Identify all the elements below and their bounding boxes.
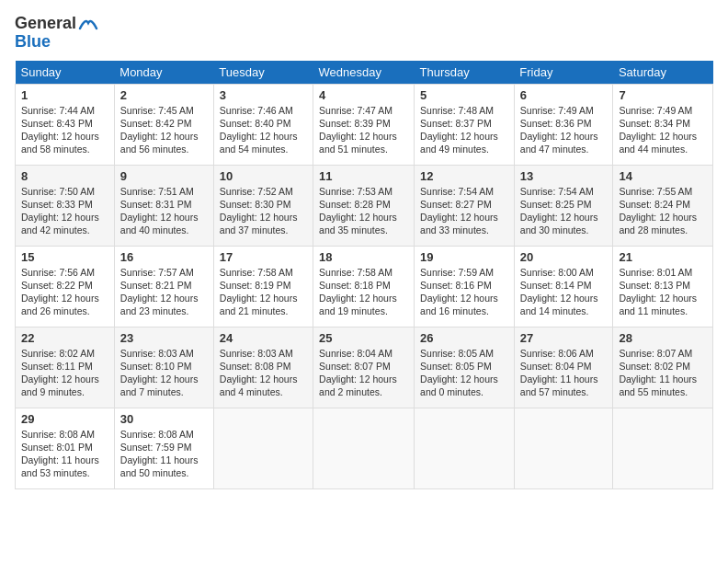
day-detail: Sunrise: 8:04 AMSunset: 8:07 PMDaylight:…: [319, 347, 408, 399]
day-cell-12: 12Sunrise: 7:54 AMSunset: 8:27 PMDayligh…: [415, 165, 515, 246]
day-number: 6: [520, 88, 608, 102]
day-number: 26: [420, 331, 508, 345]
col-header-thursday: Thursday: [415, 61, 515, 85]
day-detail: Sunrise: 7:48 AMSunset: 8:37 PMDaylight:…: [420, 104, 508, 156]
logo-bird-icon: [78, 16, 98, 32]
day-detail: Sunrise: 7:54 AMSunset: 8:27 PMDaylight:…: [420, 185, 508, 237]
day-cell-26: 26Sunrise: 8:05 AMSunset: 8:05 PMDayligh…: [415, 327, 515, 408]
day-detail: Sunrise: 8:07 AMSunset: 8:02 PMDaylight:…: [619, 347, 707, 399]
day-cell-6: 6Sunrise: 7:49 AMSunset: 8:36 PMDaylight…: [514, 84, 613, 165]
col-header-friday: Friday: [514, 61, 613, 85]
day-number: 13: [520, 169, 608, 183]
day-cell-28: 28Sunrise: 8:07 AMSunset: 8:02 PMDayligh…: [613, 327, 713, 408]
day-number: 15: [21, 250, 108, 264]
day-cell-1: 1Sunrise: 7:44 AMSunset: 8:43 PMDaylight…: [16, 84, 115, 165]
empty-cell: [613, 408, 713, 488]
day-number: 23: [120, 331, 208, 345]
day-cell-29: 29Sunrise: 8:08 AMSunset: 8:01 PMDayligh…: [16, 408, 115, 488]
day-detail: Sunrise: 8:01 AMSunset: 8:13 PMDaylight:…: [619, 266, 707, 318]
day-number: 8: [21, 169, 108, 183]
day-number: 9: [120, 169, 208, 183]
day-number: 28: [619, 331, 707, 345]
day-detail: Sunrise: 7:47 AMSunset: 8:39 PMDaylight:…: [319, 104, 408, 156]
day-detail: Sunrise: 8:00 AMSunset: 8:14 PMDaylight:…: [520, 266, 608, 318]
day-cell-24: 24Sunrise: 8:03 AMSunset: 8:08 PMDayligh…: [213, 327, 313, 408]
logo: General Blue: [15, 15, 98, 52]
day-number: 27: [520, 331, 608, 345]
day-cell-8: 8Sunrise: 7:50 AMSunset: 8:33 PMDaylight…: [16, 165, 115, 246]
day-cell-23: 23Sunrise: 8:03 AMSunset: 8:10 PMDayligh…: [114, 327, 213, 408]
day-detail: Sunrise: 7:53 AMSunset: 8:28 PMDaylight:…: [319, 185, 408, 237]
day-cell-18: 18Sunrise: 7:58 AMSunset: 8:18 PMDayligh…: [313, 246, 415, 327]
week-row-2: 8Sunrise: 7:50 AMSunset: 8:33 PMDaylight…: [16, 165, 713, 246]
col-header-tuesday: Tuesday: [213, 61, 313, 85]
page-container: General Blue SundayMondayTuesdayWednesda…: [0, 0, 728, 499]
week-row-4: 22Sunrise: 8:02 AMSunset: 8:11 PMDayligh…: [16, 327, 713, 408]
calendar-table: SundayMondayTuesdayWednesdayThursdayFrid…: [15, 61, 713, 489]
day-number: 5: [420, 88, 508, 102]
day-cell-16: 16Sunrise: 7:57 AMSunset: 8:21 PMDayligh…: [114, 246, 213, 327]
day-cell-20: 20Sunrise: 8:00 AMSunset: 8:14 PMDayligh…: [514, 246, 613, 327]
empty-cell: [213, 408, 313, 488]
empty-cell: [415, 408, 515, 488]
empty-cell: [313, 408, 415, 488]
day-number: 10: [220, 169, 307, 183]
logo-text: General Blue: [15, 15, 98, 52]
day-cell-7: 7Sunrise: 7:49 AMSunset: 8:34 PMDaylight…: [613, 84, 713, 165]
col-header-wednesday: Wednesday: [313, 61, 415, 85]
col-header-sunday: Sunday: [16, 61, 115, 85]
day-number: 24: [220, 331, 307, 345]
day-detail: Sunrise: 7:49 AMSunset: 8:34 PMDaylight:…: [619, 104, 707, 156]
day-cell-19: 19Sunrise: 7:59 AMSunset: 8:16 PMDayligh…: [415, 246, 515, 327]
day-detail: Sunrise: 8:05 AMSunset: 8:05 PMDaylight:…: [420, 347, 508, 399]
col-header-saturday: Saturday: [613, 61, 713, 85]
day-number: 25: [319, 331, 408, 345]
day-number: 7: [619, 88, 707, 102]
day-detail: Sunrise: 7:45 AMSunset: 8:42 PMDaylight:…: [120, 104, 208, 156]
day-cell-25: 25Sunrise: 8:04 AMSunset: 8:07 PMDayligh…: [313, 327, 415, 408]
day-number: 1: [21, 88, 108, 102]
day-number: 3: [220, 88, 307, 102]
day-number: 18: [319, 250, 408, 264]
day-detail: Sunrise: 8:02 AMSunset: 8:11 PMDaylight:…: [21, 347, 108, 399]
day-cell-30: 30Sunrise: 8:08 AMSunset: 7:59 PMDayligh…: [114, 408, 213, 488]
day-cell-17: 17Sunrise: 7:58 AMSunset: 8:19 PMDayligh…: [213, 246, 313, 327]
day-cell-11: 11Sunrise: 7:53 AMSunset: 8:28 PMDayligh…: [313, 165, 415, 246]
day-number: 17: [220, 250, 307, 264]
week-row-3: 15Sunrise: 7:56 AMSunset: 8:22 PMDayligh…: [16, 246, 713, 327]
day-detail: Sunrise: 7:57 AMSunset: 8:21 PMDaylight:…: [120, 266, 208, 318]
header-row: SundayMondayTuesdayWednesdayThursdayFrid…: [16, 61, 713, 85]
day-detail: Sunrise: 7:58 AMSunset: 8:18 PMDaylight:…: [319, 266, 408, 318]
week-row-1: 1Sunrise: 7:44 AMSunset: 8:43 PMDaylight…: [16, 84, 713, 165]
day-cell-4: 4Sunrise: 7:47 AMSunset: 8:39 PMDaylight…: [313, 84, 415, 165]
day-cell-27: 27Sunrise: 8:06 AMSunset: 8:04 PMDayligh…: [514, 327, 613, 408]
day-number: 22: [21, 331, 108, 345]
day-number: 11: [319, 169, 408, 183]
day-number: 2: [120, 88, 208, 102]
day-cell-14: 14Sunrise: 7:55 AMSunset: 8:24 PMDayligh…: [613, 165, 713, 246]
day-number: 21: [619, 250, 707, 264]
day-cell-2: 2Sunrise: 7:45 AMSunset: 8:42 PMDaylight…: [114, 84, 213, 165]
day-number: 29: [21, 412, 108, 426]
day-number: 19: [420, 250, 508, 264]
day-detail: Sunrise: 7:54 AMSunset: 8:25 PMDaylight:…: [520, 185, 608, 237]
week-row-5: 29Sunrise: 8:08 AMSunset: 8:01 PMDayligh…: [16, 408, 713, 488]
day-detail: Sunrise: 7:59 AMSunset: 8:16 PMDaylight:…: [420, 266, 508, 318]
day-number: 16: [120, 250, 208, 264]
day-detail: Sunrise: 7:56 AMSunset: 8:22 PMDaylight:…: [21, 266, 108, 318]
day-cell-22: 22Sunrise: 8:02 AMSunset: 8:11 PMDayligh…: [16, 327, 115, 408]
day-number: 12: [420, 169, 508, 183]
header: General Blue: [15, 15, 713, 52]
day-detail: Sunrise: 8:03 AMSunset: 8:10 PMDaylight:…: [120, 347, 208, 399]
day-number: 30: [120, 412, 208, 426]
day-number: 20: [520, 250, 608, 264]
day-detail: Sunrise: 7:49 AMSunset: 8:36 PMDaylight:…: [520, 104, 608, 156]
day-detail: Sunrise: 7:52 AMSunset: 8:30 PMDaylight:…: [220, 185, 307, 237]
day-cell-9: 9Sunrise: 7:51 AMSunset: 8:31 PMDaylight…: [114, 165, 213, 246]
day-cell-3: 3Sunrise: 7:46 AMSunset: 8:40 PMDaylight…: [213, 84, 313, 165]
day-detail: Sunrise: 8:03 AMSunset: 8:08 PMDaylight:…: [220, 347, 307, 399]
day-detail: Sunrise: 8:06 AMSunset: 8:04 PMDaylight:…: [520, 347, 608, 399]
day-cell-21: 21Sunrise: 8:01 AMSunset: 8:13 PMDayligh…: [613, 246, 713, 327]
day-detail: Sunrise: 8:08 AMSunset: 8:01 PMDaylight:…: [21, 428, 108, 480]
day-detail: Sunrise: 7:55 AMSunset: 8:24 PMDaylight:…: [619, 185, 707, 237]
